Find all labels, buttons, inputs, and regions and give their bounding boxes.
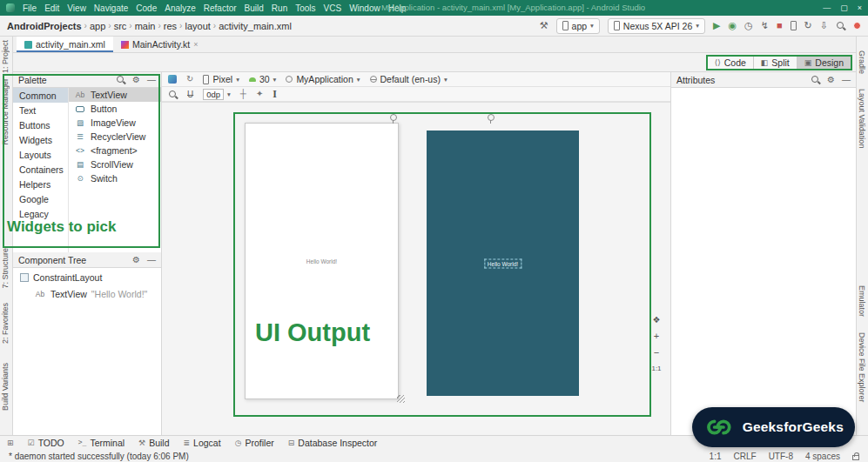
tab-mainactivity-kt[interactable]: MainActivity.kt × [113, 37, 206, 52]
palette-item-fragment[interactable]: <> <fragment> [69, 144, 161, 157]
menu-window[interactable]: Window [349, 3, 380, 13]
toolwindow-favorites[interactable]: 2: Favorites [1, 303, 10, 344]
palette-item-switch[interactable]: ⊙ Switch [69, 171, 161, 185]
resize-handle[interactable] [397, 395, 405, 403]
statusbar-database-inspector[interactable]: ⊟ Database Inspector [288, 438, 378, 448]
menu-refactor[interactable]: Refactor [204, 3, 237, 13]
palette-item-recyclerview[interactable]: ☰ RecyclerView [69, 130, 161, 144]
build-hammer-icon[interactable]: ⚒ [540, 21, 548, 30]
search-icon[interactable] [836, 21, 845, 30]
menu-view[interactable]: View [67, 3, 86, 13]
tree-item-constraintlayout[interactable]: ConstraintLayout [13, 271, 161, 285]
palette-item-imageview[interactable]: ▨ ImageView [69, 116, 161, 130]
category-common[interactable]: Common [13, 88, 68, 103]
breadcrumb-main[interactable]: main [135, 21, 156, 31]
menu-run[interactable]: Run [272, 3, 287, 13]
breadcrumb-project[interactable]: AndroidProjects [7, 21, 82, 31]
preview-textview-selected[interactable]: Hello World! [484, 258, 521, 268]
toolwindow-gradle[interactable]: Gradle [858, 50, 866, 74]
category-helpers[interactable]: Helpers [13, 177, 68, 191]
statusbar-logcat[interactable]: ≣ Logcat [184, 438, 221, 448]
orientation-icon[interactable]: ↻ [186, 75, 193, 84]
toolwindow-structure[interactable]: 7: Structure [1, 248, 10, 289]
file-encoding[interactable]: UTF-8 [769, 452, 793, 461]
statusbar-profiler[interactable]: ◷ Profiler [235, 438, 274, 448]
gear-icon[interactable]: ⚙ [132, 76, 140, 84]
category-text[interactable]: Text [13, 103, 68, 117]
tab-close-icon[interactable]: × [193, 40, 198, 49]
run-config-dropdown[interactable]: app ▾ [556, 18, 600, 34]
breadcrumb-layout[interactable]: layout [185, 21, 210, 31]
device-dropdown[interactable]: Nexus 5X API 26 ▾ [608, 18, 705, 34]
palette-item-scrollview[interactable]: ▤ ScrollView [69, 157, 161, 171]
theme-selector[interactable]: MyApplication ▾ [286, 74, 360, 84]
zoom-out-icon[interactable]: − [654, 348, 659, 358]
attach-debugger-icon[interactable]: ↯ [761, 21, 769, 30]
tree-item-textview[interactable]: Ab TextView "Hello World!" [13, 287, 161, 301]
toolwindow-device-file-explorer[interactable]: Device File Explorer [858, 332, 866, 403]
debug-icon[interactable]: ◉ [728, 21, 737, 30]
clear-constraints-icon[interactable]: ✦ [256, 90, 263, 98]
profiler-icon[interactable]: ◷ [744, 21, 753, 30]
toolwindow-project[interactable]: 1: Project [1, 40, 10, 73]
statusbar-terminal[interactable]: >_ Terminal [78, 438, 124, 448]
search-icon[interactable] [116, 75, 125, 84]
minimize-panel-icon[interactable]: — [147, 256, 156, 264]
preview-textview[interactable]: Hello World! [306, 258, 337, 264]
menu-code[interactable]: Code [136, 3, 157, 13]
stop-icon[interactable]: ■ [777, 21, 783, 30]
category-containers[interactable]: Containers [13, 162, 68, 177]
gear-icon[interactable]: ⚙ [132, 256, 140, 264]
toolwindow-resource-manager[interactable]: Resource Manager [1, 78, 10, 145]
default-margin-dropdown[interactable]: 0dp ▾ [203, 89, 231, 100]
caret-position[interactable]: 1:1 [710, 452, 722, 461]
mode-design-button[interactable]: ▣ Design [797, 57, 851, 69]
line-separator[interactable]: CRLF [734, 452, 757, 461]
minimize-panel-icon[interactable]: — [842, 76, 851, 84]
infer-constraints-icon[interactable]: I [273, 88, 277, 101]
design-preview[interactable]: Hello World! [245, 123, 399, 399]
zoom-to-fit-icon[interactable] [168, 90, 178, 99]
breadcrumb-src[interactable]: src [114, 21, 127, 31]
menu-build[interactable]: Build [245, 3, 264, 13]
zoom-actual-size[interactable]: 1:1 [651, 365, 661, 372]
tab-activity-main-xml[interactable]: activity_main.xml [17, 37, 113, 52]
locale-selector[interactable]: Default (en-us) ▾ [370, 74, 447, 84]
indent-setting[interactable]: 4 spaces [805, 452, 840, 461]
maximize-window-icon[interactable]: ▢ [840, 3, 848, 12]
menu-navigate[interactable]: Navigate [94, 3, 128, 13]
run-icon[interactable]: ▶ [713, 21, 720, 30]
sdk-manager-icon[interactable]: ⇩ [820, 21, 828, 30]
statusbar-todo[interactable]: ☑ TODO [28, 438, 64, 448]
design-canvas[interactable]: Hello World! Hello World! ❖ + − 1:1 UI O… [162, 102, 670, 435]
close-window-icon[interactable]: × [858, 3, 862, 12]
menu-file[interactable]: File [23, 3, 37, 13]
search-icon[interactable] [811, 75, 820, 84]
menu-analyze[interactable]: Analyze [165, 3, 196, 13]
category-layouts[interactable]: Layouts [13, 147, 68, 162]
gear-icon[interactable]: ⚙ [827, 76, 835, 84]
statusbar-build[interactable]: ⚒ Build [138, 438, 169, 448]
mode-code-button[interactable]: ⟨⟩ Code [708, 57, 753, 69]
category-buttons[interactable]: Buttons [13, 117, 68, 132]
lock-icon[interactable] [852, 455, 859, 460]
palette-item-button[interactable]: Button [69, 102, 161, 116]
breadcrumb-res[interactable]: res [164, 21, 177, 31]
device-manager-icon[interactable] [791, 21, 797, 30]
category-legacy[interactable]: Legacy [13, 206, 68, 221]
toolwindow-layout-validation[interactable]: Layout Validation [858, 89, 866, 148]
gradle-sync-icon[interactable]: ↻ [804, 21, 812, 30]
breadcrumb-file[interactable]: activity_main.xml [219, 21, 292, 31]
palette-item-textview[interactable]: Ab TextView [69, 88, 161, 102]
blueprint-preview[interactable]: Hello World! [427, 131, 579, 396]
design-surface-icon[interactable] [168, 75, 177, 84]
minimize-panel-icon[interactable]: — [147, 76, 156, 84]
menu-tools[interactable]: Tools [295, 3, 315, 13]
minimize-window-icon[interactable]: — [823, 3, 831, 12]
autoconnect-off-icon[interactable]: U [187, 90, 193, 99]
menu-vcs[interactable]: VCS [324, 3, 342, 13]
breadcrumb-app[interactable]: app [90, 21, 105, 31]
toolwindow-emulator[interactable]: Emulator [858, 285, 866, 317]
toolwindow-grid-icon[interactable]: ⊞ [7, 439, 14, 447]
device-selector[interactable]: Pixel ▾ [203, 74, 239, 84]
